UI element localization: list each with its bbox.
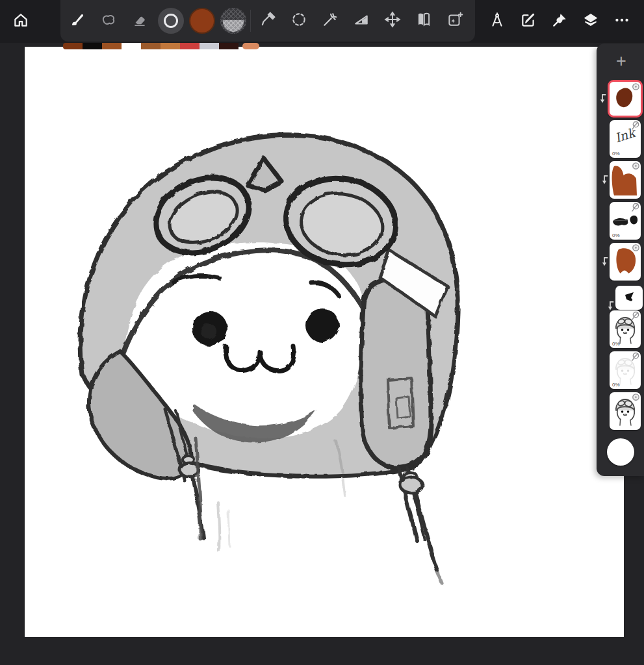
recent-color-swatch[interactable] (200, 43, 219, 49)
layer-item[interactable] (610, 243, 641, 281)
tool-group (60, 0, 475, 42)
smudge-button[interactable] (93, 0, 124, 42)
layer-opacity-label: 0% (612, 382, 620, 388)
circle-badge-icon[interactable] (630, 393, 640, 403)
brush-size-ring-icon (158, 8, 184, 34)
brush-button[interactable] (62, 0, 93, 42)
clip-arrow-icon (600, 173, 609, 186)
magic-wand-icon (322, 11, 339, 31)
layer-item[interactable]: 0% (610, 310, 641, 348)
mirror-book-icon (415, 11, 432, 31)
pin-button[interactable] (544, 6, 575, 37)
texture-well-button[interactable] (218, 0, 249, 42)
precision-compass-button[interactable] (482, 6, 513, 37)
more-ellipsis-icon (613, 12, 630, 31)
layer-thumbnail[interactable] (610, 243, 641, 281)
color-well-button[interactable] (187, 0, 218, 42)
move-icon (384, 11, 401, 31)
layer-thumbnail[interactable] (610, 161, 641, 199)
recent-colors-strip (63, 43, 259, 49)
current-color-swatch (189, 8, 215, 34)
selection-lasso-icon (290, 11, 307, 31)
add-layer-button[interactable]: + (611, 51, 632, 72)
move-button[interactable] (377, 0, 408, 42)
texture-well-icon (220, 8, 246, 34)
hidden-brush-icon[interactable] (630, 121, 640, 131)
layer-item[interactable] (610, 392, 641, 430)
recent-color-swatch[interactable] (219, 43, 238, 49)
clip-arrow-icon (600, 255, 609, 268)
home-button[interactable] (5, 6, 36, 37)
circle-badge-icon[interactable] (630, 162, 640, 171)
layer-item[interactable] (615, 286, 643, 310)
more-ellipsis-button[interactable] (606, 6, 638, 37)
circle-badge-icon[interactable] (630, 82, 640, 92)
top-toolbar (0, 0, 644, 43)
layer-thumbnail[interactable] (615, 286, 643, 310)
eraser-button[interactable] (124, 0, 155, 42)
eyedropper-button[interactable] (252, 0, 283, 42)
layer-opacity-label: 0% (612, 232, 620, 238)
recent-color-swatch[interactable] (242, 43, 259, 49)
artwork-sketch (25, 47, 624, 637)
eyedropper-icon (259, 11, 276, 31)
layer-thumbnail[interactable] (610, 392, 641, 430)
layer-opacity-label: 0% (612, 151, 620, 157)
layer-thumbnail[interactable]: 0% (610, 351, 641, 389)
background-color-well[interactable] (607, 438, 634, 466)
pin-icon (551, 12, 568, 31)
layer-thumbnail[interactable]: 0% (610, 202, 641, 240)
compose-icon (520, 12, 537, 31)
recent-color-swatch[interactable] (161, 43, 180, 49)
circle-badge-icon[interactable] (630, 244, 640, 253)
recent-color-swatch[interactable] (141, 43, 161, 49)
new-frame-button[interactable] (439, 0, 470, 42)
layers-icon (582, 12, 599, 31)
layers-panel: + Ink0%0%0%0% (597, 44, 644, 476)
toolbar-divider (250, 10, 251, 32)
layers-button[interactable] (575, 6, 606, 37)
brush-size-ring-button[interactable] (155, 0, 187, 42)
layer-item[interactable] (610, 161, 641, 199)
clip-arrow-icon (598, 92, 607, 105)
smudge-icon (100, 11, 117, 31)
layer-thumbnail[interactable]: Ink0% (610, 120, 641, 158)
adjustments-icon (353, 11, 370, 31)
brush-icon (69, 11, 86, 31)
eraser-icon (131, 11, 148, 31)
layer-item[interactable]: 0% (610, 351, 641, 389)
hidden-brush-icon[interactable] (630, 203, 640, 212)
mirror-book-button[interactable] (408, 0, 439, 42)
drawing-canvas[interactable] (25, 47, 624, 637)
app-window: + Ink0%0%0%0% (0, 0, 644, 665)
right-tool-group (482, 6, 638, 37)
layer-item[interactable] (608, 80, 643, 118)
precision-compass-icon (489, 12, 506, 31)
layer-opacity-label: 0% (612, 341, 620, 347)
magic-wand-button[interactable] (315, 0, 346, 42)
layer-thumbnail[interactable]: 0% (610, 310, 641, 348)
selection-lasso-button[interactable] (283, 0, 315, 42)
hidden-brush-icon[interactable] (630, 311, 640, 321)
layer-thumbnail[interactable] (608, 80, 643, 118)
layer-item[interactable]: Ink0% (610, 120, 641, 158)
home-icon (12, 12, 29, 31)
new-frame-icon (446, 11, 463, 31)
recent-color-swatch[interactable] (63, 43, 83, 49)
adjustments-button[interactable] (346, 0, 377, 42)
recent-color-swatch[interactable] (180, 43, 200, 49)
recent-color-swatch[interactable] (122, 43, 141, 49)
recent-color-swatch[interactable] (83, 43, 102, 49)
layer-item[interactable]: 0% (610, 202, 641, 240)
hidden-brush-icon[interactable] (630, 352, 640, 362)
compose-button[interactable] (513, 6, 544, 37)
recent-color-swatch[interactable] (102, 43, 122, 49)
